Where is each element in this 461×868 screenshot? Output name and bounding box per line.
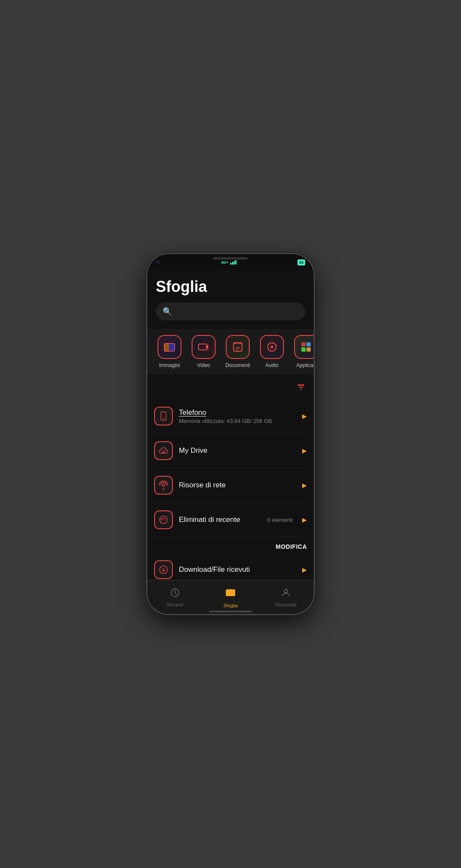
categories-section: Immagini Video [147,329,314,374]
location-item-telefono[interactable]: Telefono Memoria utilizzata: 43,84 GB/ 2… [154,399,307,434]
chevron-download: ▶ [302,566,307,573]
signal-bar-3 [233,261,235,265]
chevron-my-drive: ▶ [302,447,307,454]
svg-rect-2 [169,344,175,351]
category-icon-audio [260,335,284,359]
nav-sfoglia[interactable]: Sfoglia [203,587,258,608]
location-icon-eliminati [154,510,173,529]
svg-rect-15 [298,384,304,386]
location-name-telefono: Telefono [179,408,296,417]
svg-rect-13 [301,347,306,352]
location-item-eliminati[interactable]: Eliminati di recente 0 elementi ▶ [154,503,307,537]
location-name-my-drive: My Drive [179,446,296,455]
clean-icon[interactable] [295,381,307,396]
svg-point-23 [163,489,164,490]
location-info-eliminati: Eliminati di recente [179,516,261,524]
nav-personale[interactable]: Personale [258,588,314,607]
location-name-download: Download/File ricevuti [179,565,296,574]
signal-bar-1 [230,263,231,265]
nav-recenti[interactable]: Recenti [147,588,203,607]
svg-rect-1 [164,344,169,351]
category-immagini[interactable]: Immagini [154,335,185,368]
modifica-button[interactable]: MODIFICA [276,543,307,550]
svg-rect-7 [236,349,239,350]
screen: Sfoglia 🔍 [147,269,314,614]
location-icon-telefono [154,407,173,425]
location-info-telefono: Telefono Memoria utilizzata: 43,84 GB/ 2… [179,408,296,424]
category-video[interactable]: Video [188,335,219,368]
category-documenti[interactable]: Documenti [222,335,253,368]
location-icon-risorse [154,476,173,495]
svg-rect-6 [236,347,240,348]
nav-label-sfoglia: Sfoglia [223,603,238,608]
svg-point-19 [163,418,164,419]
category-applicaz[interactable]: Applicaz [291,335,314,368]
content-area: Sfoglia 🔍 [147,269,314,614]
category-audio[interactable]: Audio [257,335,287,368]
network-type: 4G+ [221,260,228,265]
nav-label-personale: Personale [275,602,297,607]
svg-point-10 [271,346,273,348]
location-info-risorse: Risorse di rete [179,481,296,489]
phone-shell: 4G+ 53 Sfoglia 🔍 [147,254,314,614]
category-icon-immagini [158,335,181,359]
chevron-risorse: ▶ [302,482,307,489]
signal-bar-4 [235,260,236,265]
svg-rect-11 [301,342,306,347]
nav-icon-sfoglia [225,587,236,601]
location-meta-telefono: Memoria utilizzata: 43,84 GB/ 256 GB [179,418,296,424]
section-header-modifica: MODIFICA [154,537,307,553]
location-name-risorse: Risorse di rete [179,481,296,489]
chevron-telefono: ▶ [302,413,307,419]
speaker-bar [213,257,248,259]
status-center: 4G+ [221,260,236,265]
location-name-eliminati: Eliminati di recente [179,516,261,524]
location-meta-eliminati: 0 elementi [267,517,293,523]
category-icon-video [192,335,216,359]
home-indicator [209,611,252,612]
location-item-risorse[interactable]: Risorse di rete ▶ [154,468,307,503]
svg-rect-16 [299,387,303,388]
signal-bars [230,260,236,265]
location-info-my-drive: My Drive [179,446,296,455]
status-bar: 4G+ 53 [147,254,314,269]
location-info-download: Download/File ricevuti [179,565,296,574]
svg-marker-4 [206,345,208,349]
search-bar[interactable]: 🔍 [156,303,305,320]
category-icon-applicaz [294,335,314,359]
front-camera [156,260,160,265]
category-icon-documenti [226,335,250,359]
nav-label-recenti: Recenti [167,602,183,607]
svg-point-21 [162,484,165,486]
svg-rect-14 [306,347,311,352]
location-icon-download [154,560,173,579]
search-input[interactable] [175,308,298,315]
chevron-eliminati: ▶ [302,516,307,523]
page-title: Sfoglia [147,269,314,303]
svg-point-35 [284,589,288,593]
category-label-documenti: Documenti [225,362,250,368]
location-item-my-drive[interactable]: My Drive ▶ [154,434,307,468]
nav-icon-personale [281,588,291,600]
locations-section: Telefono Memoria utilizzata: 43,84 GB/ 2… [147,381,314,614]
category-label-immagini: Immagini [159,362,180,368]
category-label-audio: Audio [266,362,279,368]
category-label-applicaz: Applicaz [296,362,314,368]
location-icon-my-drive [154,441,173,460]
nav-icon-recenti [170,588,180,600]
bottom-nav: Recenti Sfoglia Person [147,580,314,614]
svg-point-24 [160,516,167,524]
search-icon: 🔍 [163,307,172,316]
signal-bar-2 [232,262,233,265]
section-tools [154,381,307,396]
svg-rect-17 [300,389,302,390]
svg-rect-12 [306,342,311,347]
battery-indicator: 53 [298,259,305,265]
categories-scroll: Immagini Video [147,335,314,368]
category-label-video: Video [197,362,210,368]
